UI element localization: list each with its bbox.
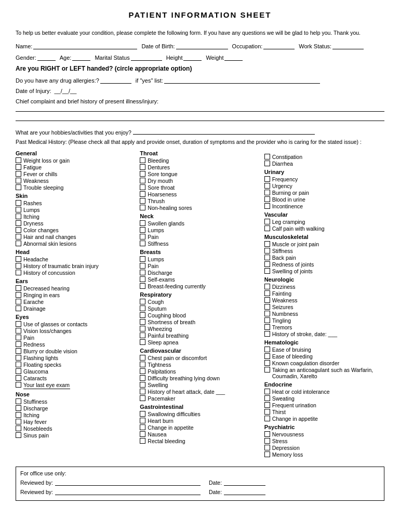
checkbox[interactable] — [140, 375, 145, 381]
checkbox[interactable] — [16, 375, 21, 381]
chief-complaint-line1[interactable] — [16, 104, 384, 112]
checkbox[interactable] — [16, 405, 21, 411]
checkbox[interactable] — [264, 290, 270, 296]
checkbox[interactable] — [140, 312, 145, 318]
age-field[interactable] — [72, 54, 90, 61]
checkbox[interactable] — [264, 255, 270, 260]
checkbox[interactable] — [16, 234, 21, 240]
checkbox[interactable] — [264, 304, 270, 310]
checkbox[interactable] — [264, 360, 270, 366]
checkbox[interactable] — [264, 203, 270, 209]
checkbox[interactable] — [264, 367, 270, 373]
checkbox[interactable] — [16, 227, 21, 233]
checkbox[interactable] — [140, 164, 145, 170]
checkbox[interactable] — [16, 432, 21, 438]
checkbox[interactable] — [16, 263, 21, 269]
hobbies-field[interactable] — [133, 127, 315, 135]
checkbox[interactable] — [264, 261, 270, 267]
checkbox[interactable] — [264, 416, 270, 421]
work-status-field[interactable] — [332, 42, 364, 49]
checkbox[interactable] — [140, 389, 145, 394]
checkbox[interactable] — [140, 424, 145, 430]
marital-field[interactable] — [131, 54, 162, 61]
date-field-2[interactable] — [224, 488, 265, 495]
checkbox[interactable] — [264, 331, 270, 337]
checkbox[interactable] — [16, 214, 21, 219]
checkbox[interactable] — [140, 368, 145, 374]
reviewed-field-1[interactable] — [55, 478, 201, 486]
checkbox[interactable] — [140, 234, 145, 240]
checkbox[interactable] — [140, 276, 145, 282]
checkbox[interactable] — [264, 402, 270, 408]
name-field[interactable] — [33, 42, 137, 49]
height-field[interactable] — [183, 54, 202, 61]
checkbox[interactable] — [140, 198, 145, 204]
checkbox[interactable] — [16, 299, 21, 304]
checkbox[interactable] — [140, 438, 145, 444]
checkbox[interactable] — [264, 190, 270, 195]
checkbox[interactable] — [140, 171, 145, 177]
checkbox[interactable] — [16, 412, 21, 418]
checkbox[interactable] — [140, 157, 145, 163]
checkbox[interactable] — [264, 431, 270, 437]
checkbox[interactable] — [140, 339, 145, 345]
checkbox[interactable] — [140, 411, 145, 417]
checkbox[interactable] — [264, 284, 270, 289]
checkbox[interactable] — [264, 268, 270, 274]
checkbox[interactable] — [16, 171, 21, 177]
checkbox[interactable] — [264, 324, 270, 330]
checkbox[interactable] — [16, 398, 21, 404]
checkbox[interactable] — [140, 319, 145, 325]
weight-field[interactable] — [224, 54, 243, 61]
gender-field[interactable] — [37, 54, 56, 61]
checkbox[interactable] — [264, 389, 270, 394]
checkbox[interactable] — [264, 248, 270, 254]
checkbox[interactable] — [16, 419, 21, 424]
checkbox[interactable] — [264, 353, 270, 359]
checkbox[interactable] — [16, 382, 21, 388]
checkbox[interactable] — [140, 362, 145, 367]
date-field-1[interactable] — [224, 478, 265, 486]
checkbox[interactable] — [264, 451, 270, 457]
checkbox[interactable] — [16, 341, 21, 347]
checkbox[interactable] — [140, 431, 145, 437]
checkbox[interactable] — [264, 311, 270, 316]
checkbox[interactable] — [140, 256, 145, 262]
checkbox[interactable] — [264, 176, 270, 182]
checkbox[interactable] — [140, 227, 145, 233]
checkbox[interactable] — [264, 395, 270, 401]
checkbox[interactable] — [16, 157, 21, 163]
checkbox[interactable] — [140, 263, 145, 269]
checkbox[interactable] — [16, 285, 21, 291]
checkbox[interactable] — [140, 305, 145, 311]
checkbox[interactable] — [140, 332, 145, 338]
checkbox[interactable] — [140, 220, 145, 226]
checkbox[interactable] — [140, 270, 145, 275]
chief-complaint-line2[interactable] — [16, 114, 384, 121]
checkbox[interactable] — [16, 270, 21, 275]
checkbox[interactable] — [16, 355, 21, 361]
checkbox[interactable] — [264, 196, 270, 202]
checkbox[interactable] — [140, 191, 145, 197]
checkbox[interactable] — [16, 207, 21, 212]
checkbox[interactable] — [16, 321, 21, 327]
checkbox[interactable] — [16, 184, 21, 190]
checkbox[interactable] — [140, 395, 145, 401]
checkbox[interactable] — [140, 184, 145, 190]
checkbox[interactable] — [16, 256, 21, 262]
checkbox[interactable] — [16, 178, 21, 183]
checkbox[interactable] — [264, 297, 270, 303]
checkbox[interactable] — [140, 355, 145, 361]
checkbox[interactable] — [264, 445, 270, 450]
checkbox[interactable] — [264, 161, 270, 166]
checkbox[interactable] — [16, 328, 21, 334]
checkbox[interactable] — [16, 200, 21, 206]
checkbox[interactable] — [140, 299, 145, 304]
checkbox[interactable] — [264, 241, 270, 247]
checkbox[interactable] — [16, 305, 21, 311]
checkbox[interactable] — [140, 241, 145, 246]
dob-field[interactable] — [176, 42, 228, 49]
checkbox[interactable] — [264, 183, 270, 189]
checkbox[interactable] — [16, 348, 21, 354]
checkbox[interactable] — [16, 292, 21, 298]
